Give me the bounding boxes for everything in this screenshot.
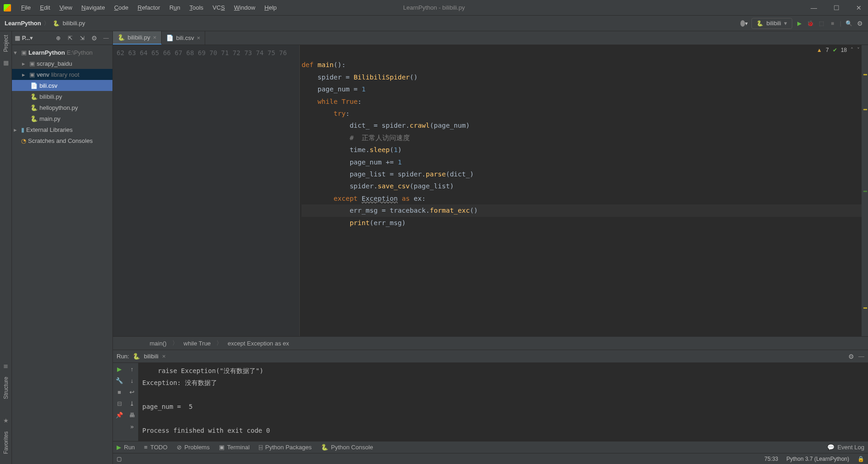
editor-marker-strip[interactable]	[862, 45, 868, 336]
scroll-to-end-button[interactable]: ⤓	[129, 400, 134, 407]
pin-button[interactable]: 📌	[116, 412, 123, 419]
console-output[interactable]: raise Exception("没有数据了") Exception: 没有数据…	[139, 363, 868, 441]
chevron-right-icon: 〉	[172, 339, 178, 347]
prev-highlight-icon[interactable]: ˄	[851, 47, 853, 53]
tree-scratches[interactable]: ◔ Scratches and Consoles	[12, 135, 112, 146]
menu-view[interactable]: View	[56, 2, 76, 13]
print-button[interactable]: 🖶	[129, 412, 135, 419]
favorites-star-icon[interactable]: ★	[2, 417, 10, 425]
close-run-tab-icon[interactable]: ×	[162, 353, 166, 360]
more-actions-button[interactable]: »	[130, 423, 134, 430]
locate-file-icon[interactable]: ⊕	[55, 34, 62, 42]
close-button[interactable]: ✕	[853, 3, 864, 12]
tree-file-bilicsv[interactable]: 📄 bili.csv	[12, 80, 112, 91]
breadcrumb-file[interactable]: bilibili.py	[62, 20, 85, 27]
hide-run-icon[interactable]: —	[858, 353, 864, 360]
toolwin-label: TODO	[150, 444, 167, 451]
tree-folder-venv[interactable]: ▸▣ venv library root	[12, 69, 112, 80]
search-everywhere-button[interactable]: 🔍	[845, 20, 852, 27]
stop-button[interactable]: ■	[829, 20, 836, 27]
toolwin-problems[interactable]: ⊘Problems	[177, 444, 210, 451]
soft-wrap-button[interactable]: ↩	[129, 389, 134, 396]
run-button[interactable]: ▶	[796, 20, 803, 27]
project-tool-button[interactable]: Project	[3, 35, 9, 52]
pane-settings-icon[interactable]	[90, 34, 98, 42]
close-tab-icon[interactable]: ×	[153, 34, 157, 41]
left-toolwindow-bar: Project ▦ ≣ Structure ★ Favorites	[0, 31, 12, 464]
scope-item[interactable]: main()	[150, 340, 167, 347]
run-config-dropdown[interactable]: 🐍 bilibili ▾	[751, 18, 792, 29]
menu-edit[interactable]: Edit	[36, 2, 54, 13]
tree-file-hellopython[interactable]: 🐍 hellopython.py	[12, 102, 112, 113]
toolwin-label: Python Packages	[265, 444, 312, 451]
tree-file-main[interactable]: 🐍 main.py	[12, 113, 112, 124]
menu-navigate[interactable]: Navigate	[78, 2, 108, 13]
wrench-button[interactable]: 🔧	[116, 377, 123, 384]
bottom-toolwindow-bar: ▶Run ≡TODO ⊘Problems ▣Terminal ⌸Python P…	[113, 441, 868, 453]
minimize-button[interactable]: —	[808, 3, 820, 12]
favorites-tool-button[interactable]: Favorites	[3, 431, 9, 454]
menu-window[interactable]: Window	[230, 2, 259, 13]
toolwin-terminal[interactable]: ▣Terminal	[219, 444, 250, 451]
tree-root[interactable]: ▾ ▣ LearnPython E:\Python	[12, 47, 112, 58]
event-log-button[interactable]: 💬Event Log	[827, 444, 864, 451]
toolwin-packages[interactable]: ⌸Python Packages	[259, 444, 312, 451]
project-view-selector[interactable]: ▦ P...▾	[15, 34, 33, 41]
window-title: LearnPython - bilibili.py	[403, 4, 465, 11]
close-tab-icon[interactable]: ×	[197, 34, 201, 41]
folder-icon: ▣	[21, 49, 27, 56]
down-stack-button[interactable]: ↓	[130, 377, 134, 384]
scope-item[interactable]: while True	[184, 340, 211, 347]
editor-inspections[interactable]: ▲7 ✔18 ˄ ˅	[817, 47, 860, 53]
tree-file-bilibilipy[interactable]: 🐍 bilibili.py	[12, 91, 112, 102]
toolwin-console[interactable]: 🐍Python Console	[321, 444, 373, 451]
tab-bilicsv[interactable]: 📄 bili.csv ×	[162, 31, 206, 45]
fold-gutter[interactable]	[291, 45, 300, 336]
project-panel-icon[interactable]: ▦	[2, 58, 10, 67]
quick-access-icon[interactable]: ▢	[117, 456, 122, 462]
python-file-icon: 🐍	[30, 115, 38, 122]
tab-bilibili[interactable]: 🐍 bilibili.py ×	[113, 31, 162, 45]
event-log-label: Event Log	[837, 444, 864, 451]
code-editor[interactable]: 62 63 64 65 66 67 68 69 70 71 72 73 74 7…	[113, 45, 868, 336]
tree-folder-scrapy[interactable]: ▸▣ scrapy_baidu	[12, 58, 112, 69]
chevron-right-icon: 〉	[216, 339, 222, 347]
run-controls-secondary: ↑ ↓ ↩ ⤓ 🖶 »	[126, 363, 139, 441]
tree-item-label: hellopython.py	[39, 104, 78, 111]
menu-tools[interactable]: Tools	[186, 2, 207, 13]
hide-pane-icon[interactable]: —	[102, 34, 110, 42]
next-highlight-icon[interactable]: ˅	[857, 47, 860, 53]
maximize-button[interactable]: ☐	[831, 3, 842, 12]
collapse-all-icon[interactable]: ⇱	[67, 34, 74, 42]
add-user-icon[interactable]: ▾	[740, 20, 748, 27]
libraries-icon: ▮	[21, 126, 24, 133]
menu-file[interactable]: FFileile	[17, 2, 34, 13]
menu-refactor[interactable]: Refactor	[134, 2, 164, 13]
cursor-position[interactable]: 75:33	[764, 456, 778, 462]
stop-run-button[interactable]: ■	[118, 389, 121, 396]
debug-button[interactable]: 🐞	[807, 20, 814, 27]
up-stack-button[interactable]: ↑	[130, 366, 134, 373]
menu-code[interactable]: Code	[111, 2, 132, 13]
layout-button[interactable]: ⊟	[117, 400, 122, 407]
breadcrumb-project[interactable]: LearnPython	[5, 20, 41, 27]
interpreter-indicator[interactable]: Python 3.7 (LearnPython)	[786, 456, 849, 462]
structure-panel-icon[interactable]: ≣	[2, 362, 10, 370]
expand-all-icon[interactable]: ⇲	[78, 34, 86, 42]
run-settings-icon[interactable]	[847, 353, 855, 360]
scope-item[interactable]: except Exception as ex	[228, 340, 289, 347]
code-content[interactable]: def main(): spider = BilibiliSpider() pa…	[300, 45, 868, 336]
coverage-button[interactable]: ⬚	[818, 20, 825, 27]
menu-run[interactable]: Run	[166, 2, 184, 13]
run-config-tab[interactable]: bilibili	[144, 353, 158, 360]
toolwin-run[interactable]: ▶Run	[117, 444, 135, 451]
settings-button[interactable]	[856, 20, 863, 27]
lock-icon[interactable]: 🔒	[857, 456, 864, 462]
menu-vcs[interactable]: VCS	[209, 2, 229, 13]
structure-tool-button[interactable]: Structure	[3, 377, 9, 399]
tree-external-libraries[interactable]: ▸▮ External Libraries	[12, 124, 112, 135]
menu-help[interactable]: Help	[261, 2, 280, 13]
toolwin-todo[interactable]: ≡TODO	[144, 444, 168, 451]
rerun-button[interactable]: ▶	[117, 366, 122, 373]
python-file-icon: 🐍	[52, 20, 60, 27]
